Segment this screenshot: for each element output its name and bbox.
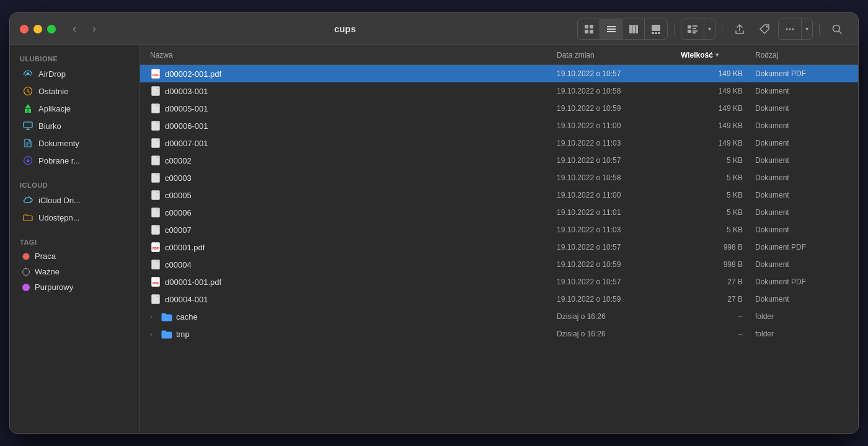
svg-text:PDF: PDF bbox=[153, 281, 159, 285]
tag-button[interactable] bbox=[753, 19, 776, 39]
icloud-icon bbox=[22, 195, 33, 206]
more-button[interactable] bbox=[779, 19, 801, 39]
file-size: 149 KB bbox=[681, 139, 755, 147]
expand-arrow[interactable]: › bbox=[150, 331, 160, 338]
praca-dot bbox=[22, 253, 30, 260]
file-type: Dokument bbox=[755, 87, 848, 95]
file-size: 5 KB bbox=[681, 191, 755, 199]
sidebar-item-icloud-drive[interactable]: iCloud Dri... bbox=[14, 191, 136, 209]
file-date: 19.10.2022 o 10:57 bbox=[557, 278, 681, 286]
sidebar-item-biurko[interactable]: Biurko bbox=[14, 117, 136, 134]
clock-icon bbox=[22, 85, 33, 97]
docs-icon bbox=[22, 138, 33, 149]
table-row[interactable]: c00007 19.10.2022 o 11:03 5 KB Dokument bbox=[140, 221, 858, 238]
file-type: Dokument bbox=[755, 191, 848, 199]
table-row[interactable]: d00003-001 19.10.2022 o 10:58 149 KB Dok… bbox=[140, 82, 858, 100]
col-type-header[interactable]: Rodzaj bbox=[755, 51, 848, 59]
search-button[interactable] bbox=[826, 19, 848, 39]
table-row[interactable]: c00005 19.10.2022 o 11:00 5 KB Dokument bbox=[140, 186, 858, 204]
table-row[interactable]: PDF c00001.pdf 19.10.2022 o 10:57 998 B … bbox=[140, 238, 858, 256]
close-button[interactable] bbox=[20, 25, 29, 33]
table-row[interactable]: d00007-001 19.10.2022 o 11:03 149 KB Dok… bbox=[140, 134, 858, 152]
view-list-button[interactable] bbox=[600, 19, 622, 39]
sidebar-item-aplikacje[interactable]: Aplikacje bbox=[14, 100, 136, 117]
icloud-label: iCloud bbox=[10, 177, 140, 191]
svg-rect-13 bbox=[658, 32, 660, 34]
svg-rect-43 bbox=[152, 191, 160, 200]
main-content: Ulubione AirDrop bbox=[10, 45, 858, 433]
file-size: 5 KB bbox=[681, 225, 755, 234]
pdf-icon: PDF bbox=[150, 68, 161, 79]
sidebar-item-ostatnie[interactable]: Ostatnie bbox=[14, 82, 136, 100]
file-name: d00003-001 bbox=[165, 87, 557, 96]
file-size: -- bbox=[681, 330, 755, 338]
pdf-icon: PDF bbox=[150, 242, 161, 253]
folder-icon bbox=[161, 311, 172, 322]
group-dropdown-arrow[interactable]: ▾ bbox=[704, 19, 715, 39]
svg-point-21 bbox=[786, 28, 788, 30]
table-row[interactable]: d00005-001 19.10.2022 o 10:59 149 KB Dok… bbox=[140, 100, 858, 117]
maximize-button[interactable] bbox=[47, 25, 56, 33]
sidebar-item-purpurowy[interactable]: Purpurowy bbox=[14, 279, 136, 295]
sidebar-item-pobrane[interactable]: Pobrane r... bbox=[14, 152, 136, 169]
svg-point-20 bbox=[766, 25, 768, 27]
table-row[interactable]: › cache Dzisiaj o 16:26 -- folder bbox=[140, 308, 858, 325]
file-type: Dokument bbox=[755, 260, 848, 269]
sidebar-item-airdrop[interactable]: AirDrop bbox=[14, 65, 136, 82]
table-row[interactable]: c00002 19.10.2022 o 10:57 5 KB Dokument bbox=[140, 152, 858, 169]
icloud-drive-label: iCloud Dri... bbox=[38, 196, 81, 205]
forward-button[interactable]: › bbox=[86, 20, 103, 38]
file-size: 27 B bbox=[681, 278, 755, 286]
folder-icon bbox=[161, 328, 172, 339]
back-button[interactable]: ‹ bbox=[66, 20, 83, 38]
separator-2 bbox=[722, 23, 722, 35]
shared-folder-icon bbox=[22, 212, 33, 223]
file-name: c00005 bbox=[165, 191, 557, 200]
group-button[interactable] bbox=[681, 19, 704, 39]
svg-rect-14 bbox=[688, 25, 691, 28]
file-name: c00003 bbox=[165, 173, 557, 183]
table-row[interactable]: PDF d00002-001.pdf 19.10.2022 o 10:57 14… bbox=[140, 65, 858, 82]
file-size: 27 B bbox=[681, 295, 755, 304]
svg-rect-18 bbox=[693, 30, 698, 32]
sidebar-item-udostepn[interactable]: Udostępn... bbox=[14, 209, 136, 226]
minimize-button[interactable] bbox=[33, 25, 42, 33]
table-row[interactable]: c00004 19.10.2022 o 10:59 998 B Dokument bbox=[140, 256, 858, 273]
title-bar: ‹ › cups bbox=[10, 13, 858, 45]
file-date: 19.10.2022 o 10:59 bbox=[557, 295, 681, 304]
view-gallery-button[interactable] bbox=[645, 19, 667, 39]
view-columns-button[interactable] bbox=[622, 19, 645, 39]
file-name: d00005-001 bbox=[165, 104, 557, 113]
view-icons-button[interactable] bbox=[578, 19, 600, 39]
table-row[interactable]: d00006-001 19.10.2022 o 11:00 149 KB Dok… bbox=[140, 117, 858, 134]
sidebar-item-wazne[interactable]: Ważne bbox=[14, 264, 136, 279]
file-size: -- bbox=[681, 312, 755, 321]
table-row[interactable]: d00004-001 19.10.2022 o 10:59 27 B Dokum… bbox=[140, 291, 858, 308]
file-type: Dokument bbox=[755, 139, 848, 147]
col-date-header[interactable]: Data zmian bbox=[557, 51, 681, 59]
pobrane-label: Pobrane r... bbox=[38, 156, 80, 165]
svg-rect-16 bbox=[693, 25, 698, 27]
sidebar-item-dokumenty[interactable]: Dokumenty bbox=[14, 134, 136, 152]
file-size: 149 KB bbox=[681, 104, 755, 113]
svg-rect-37 bbox=[152, 87, 160, 96]
col-name-header[interactable]: Nazwa bbox=[150, 51, 557, 59]
table-row[interactable]: c00006 19.10.2022 o 11:01 5 KB Dokument bbox=[140, 204, 858, 221]
file-date: 19.10.2022 o 11:03 bbox=[557, 225, 681, 234]
table-row[interactable]: c00003 19.10.2022 o 10:58 5 KB Dokument bbox=[140, 169, 858, 186]
svg-text:PDF: PDF bbox=[153, 73, 159, 77]
file-date: 19.10.2022 o 10:57 bbox=[557, 69, 681, 78]
share-button[interactable] bbox=[728, 19, 751, 39]
expand-arrow[interactable]: › bbox=[150, 313, 160, 320]
table-row[interactable]: PDF d00001-001.pdf 19.10.2022 o 10:57 27… bbox=[140, 273, 858, 291]
svg-rect-27 bbox=[25, 109, 28, 113]
col-size-header[interactable]: Wielkość ▾ bbox=[681, 51, 755, 59]
doc-icon bbox=[150, 172, 161, 183]
tags-label: Tagi bbox=[10, 234, 140, 248]
file-type: Dokument PDF bbox=[755, 278, 848, 286]
sidebar-item-praca[interactable]: Praca bbox=[14, 248, 136, 264]
file-type: Dokument PDF bbox=[755, 69, 848, 78]
table-row[interactable]: › tmp Dzisiaj o 16:26 -- folder bbox=[140, 325, 858, 343]
more-dropdown-arrow[interactable]: ▾ bbox=[801, 19, 812, 39]
doc-icon bbox=[150, 207, 161, 218]
